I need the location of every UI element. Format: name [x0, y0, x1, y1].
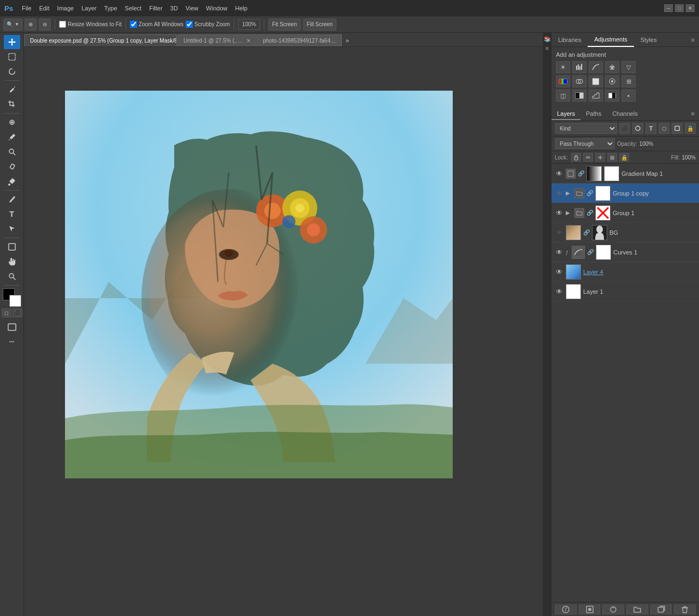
channels-tab[interactable]: Channels	[607, 108, 643, 120]
visibility-toggle[interactable]: 👁	[555, 288, 564, 295]
layer-row-layer1[interactable]: 👁 Layer 1	[552, 282, 699, 301]
exposure-adj[interactable]	[605, 61, 619, 73]
layer-row-group1[interactable]: 👁 ▶ 🔗 Group 1	[552, 203, 699, 223]
blend-mode-select[interactable]: Pass Through	[555, 138, 615, 149]
lock-paint-btn[interactable]: ✏	[583, 153, 593, 162]
minimize-button[interactable]: ─	[664, 4, 673, 12]
expand-arrow[interactable]: ▶	[566, 190, 572, 196]
healing-brush-tool[interactable]	[4, 115, 20, 129]
panel-strip-icon[interactable]: ≡	[546, 45, 549, 51]
zoom-all-windows-checkbox[interactable]: Zoom All Windows	[130, 21, 183, 28]
photo-filter-adj[interactable]	[605, 75, 619, 87]
pen-tool[interactable]	[4, 192, 20, 206]
tab-untitled[interactable]: Untitled-1 @ 27.5% (..… ✕	[177, 34, 257, 46]
paint-bucket-tool[interactable]	[4, 174, 20, 188]
shape-filter-btn[interactable]: ⬡	[659, 123, 670, 134]
path-selection-tool[interactable]	[4, 222, 20, 236]
zoom-tool-option[interactable]: 🔍 ▼	[3, 19, 22, 31]
smart-filter-btn[interactable]	[672, 123, 683, 134]
type-tool[interactable]: T	[4, 207, 20, 221]
lock-position-btn[interactable]: ✛	[595, 153, 605, 162]
lock-pixels-btn[interactable]	[571, 153, 581, 162]
fit-screen-button[interactable]: Fit Screen	[268, 19, 301, 31]
menu-filter[interactable]: Filter	[149, 5, 162, 11]
window-controls[interactable]: ─ □ ✕	[664, 4, 695, 12]
layer-row-layer4[interactable]: 👁 Layer 4	[552, 262, 699, 282]
menu-view[interactable]: View	[186, 5, 199, 11]
menu-window[interactable]: Window	[206, 5, 227, 11]
eraser-tool[interactable]	[4, 159, 20, 174]
libraries-tab[interactable]: Libraries	[552, 33, 588, 47]
more-tabs-button[interactable]: »	[342, 34, 352, 46]
expand-arrow[interactable]: ▶	[566, 210, 572, 216]
eye-icon[interactable]: 👁	[556, 288, 562, 295]
layer-row-curves[interactable]: 👁 ƒ 🔗 Curves 1	[552, 242, 699, 262]
background-color[interactable]	[9, 295, 21, 307]
color-balance-adj[interactable]	[572, 75, 587, 87]
crop-tool[interactable]	[4, 97, 20, 111]
hue-sat-adj[interactable]	[556, 75, 570, 87]
quick-mask-mode[interactable]: ⬛	[13, 309, 22, 317]
resize-windows-checkbox[interactable]: Resize Windows to Fit	[59, 21, 122, 28]
layer-row-group-copy[interactable]: 👁 ▶ 🔗 Group 1 copy	[552, 183, 699, 203]
move-tool[interactable]	[4, 35, 20, 49]
shape-tool[interactable]	[4, 240, 20, 254]
menu-edit[interactable]: Edit	[39, 5, 50, 11]
tab-close-button[interactable]: ✕	[246, 38, 251, 44]
visibility-toggle[interactable]: 👁	[555, 248, 564, 256]
eyedropper-tool[interactable]	[4, 82, 20, 97]
posterize-adj[interactable]	[589, 90, 603, 102]
lock-all-btn[interactable]: 🔒	[619, 153, 629, 162]
libraries-strip-icon[interactable]: 📚	[544, 36, 550, 42]
close-button[interactable]: ✕	[686, 4, 695, 12]
extras-icon[interactable]: •••	[4, 335, 20, 349]
foreground-background-colors[interactable]	[3, 288, 21, 307]
menu-bar[interactable]: File Edit Image Layer Type Select Filter…	[22, 5, 247, 11]
paths-tab[interactable]: Paths	[580, 108, 607, 120]
color-lookup-adj[interactable]: ◫	[556, 90, 570, 102]
fill-screen-button[interactable]: Fill Screen	[303, 19, 336, 31]
zoom-percentage-input[interactable]	[238, 19, 260, 30]
menu-file[interactable]: File	[22, 5, 32, 11]
standard-mode[interactable]: ◻	[2, 309, 11, 317]
eye-icon-hidden[interactable]: 👁	[556, 229, 562, 236]
rectangular-marquee-tool[interactable]	[4, 50, 20, 64]
menu-3d[interactable]: 3D	[170, 5, 178, 11]
adjustments-tab[interactable]: Adjustments	[588, 33, 634, 47]
create-new-layer-button[interactable]	[650, 605, 672, 614]
adj-filter-btn[interactable]	[632, 123, 643, 134]
clone-stamp-tool[interactable]	[4, 145, 20, 159]
black-white-adj[interactable]: ⬜	[589, 75, 603, 87]
lasso-tool[interactable]	[4, 64, 20, 79]
lock-artboard-btn[interactable]: ⊞	[607, 153, 617, 162]
create-adjustment-button[interactable]	[602, 605, 624, 614]
eye-icon-hidden[interactable]: 👁	[556, 190, 562, 197]
restore-button[interactable]: □	[675, 4, 684, 12]
create-group-button[interactable]	[626, 605, 648, 614]
screen-mode[interactable]	[4, 320, 20, 334]
invert-adj[interactable]	[572, 90, 587, 102]
styles-tab[interactable]: Styles	[634, 33, 664, 47]
eye-icon[interactable]: 👁	[556, 170, 562, 177]
menu-image[interactable]: Image	[57, 5, 74, 11]
layers-tab[interactable]: Layers	[552, 108, 580, 120]
hand-tool[interactable]	[4, 254, 20, 269]
menu-type[interactable]: Type	[104, 5, 117, 11]
visibility-toggle[interactable]: 👁	[555, 190, 564, 197]
layer-row-bg[interactable]: 👁 🔗 BG	[552, 223, 699, 242]
channel-mixer-adj[interactable]: ⊞	[621, 75, 636, 87]
type-filter-btn[interactable]: T	[645, 123, 656, 134]
brightness-contrast-adj[interactable]: ☀	[556, 61, 570, 73]
menu-help[interactable]: Help	[235, 5, 247, 11]
zoom-tool[interactable]	[4, 269, 20, 283]
visibility-toggle[interactable]: 👁	[555, 229, 564, 236]
layer-row-gradient-map[interactable]: 👁 🔗 Gradient Map 1	[552, 164, 699, 183]
zoom-out-button[interactable]: ⊖	[39, 19, 51, 31]
scrubby-zoom-checkbox[interactable]: Scrubby Zoom	[186, 21, 230, 28]
levels-adj[interactable]	[572, 61, 587, 73]
panel-menu-button[interactable]: ≡	[687, 33, 699, 46]
brush-tool[interactable]	[4, 130, 20, 144]
add-mask-button[interactable]	[579, 605, 601, 614]
tab-double-exposure[interactable]: Double exposure.psd @ 27.5% (Group 1 cop…	[24, 34, 177, 46]
zoom-in-button[interactable]: ⊕	[25, 19, 37, 31]
